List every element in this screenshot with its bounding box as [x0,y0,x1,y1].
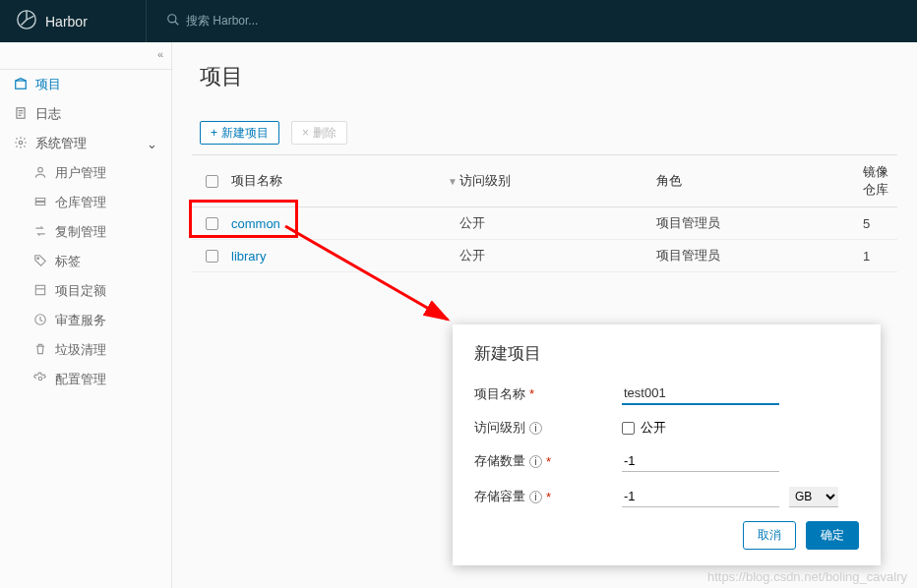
required-mark: * [546,454,551,469]
info-icon[interactable]: i [529,422,542,435]
sidebar-item-logs[interactable]: 日志 [0,99,171,129]
sidebar-item-admin[interactable]: 系统管理 ⌄ [0,129,171,158]
sidebar-sub-quota[interactable]: 项目定额 [0,276,171,306]
storage-capacity-input[interactable] [622,486,779,507]
sidebar-sub-users[interactable]: 用户管理 [0,158,171,188]
field-label: 存储容量 [474,488,525,505]
sidebar-sub-interrogation[interactable]: 审查服务 [0,306,171,335]
table-row[interactable]: library 公开 项目管理员 1 [192,240,897,272]
label-icon [33,254,47,270]
storage-count-input[interactable] [622,450,779,472]
cell-role: 项目管理员 [656,214,863,232]
col-access[interactable]: 访问级别 [459,163,656,199]
gc-icon [33,342,47,359]
cancel-button[interactable]: 取消 [743,521,796,550]
new-project-button[interactable]: + 新建项目 [200,121,279,145]
sidebar-item-label: 日志 [35,105,61,123]
watermark: https://blog.csdn.net/boling_cavalry [707,569,907,584]
cell-name[interactable]: library [231,247,448,265]
sidebar-item-projects[interactable]: 项目 [0,70,171,99]
sidebar-sub-label: 垃圾清理 [55,341,106,359]
public-checkbox[interactable] [622,422,635,435]
sidebar-sub-replication[interactable]: 复制管理 [0,217,171,247]
project-name-input[interactable] [622,382,779,405]
sidebar-sub-label: 复制管理 [55,223,106,241]
chevron-down-icon: ⌄ [147,137,157,151]
sidebar-sub-label: 审查服务 [55,312,106,329]
col-name[interactable]: 项目名称 [231,163,448,199]
brand[interactable]: Harbor [0,0,147,42]
svg-rect-2 [16,81,27,88]
search-box[interactable]: 搜索 Harbor... [147,13,258,29]
sidebar-collapse[interactable]: « [0,48,171,70]
interrogation-icon [33,313,47,329]
config-icon [33,372,47,388]
svg-point-4 [19,141,23,145]
info-icon[interactable]: i [529,491,542,503]
sidebar-sub-registries[interactable]: 仓库管理 [0,188,171,217]
sidebar-sub-label: 仓库管理 [55,194,106,211]
field-label: 存储数量 [474,452,525,470]
search-placeholder: 搜索 Harbor... [186,13,258,29]
required-mark: * [529,386,534,401]
form-row-name: 项目名称 * [474,382,859,405]
x-icon: × [302,126,309,140]
table-row[interactable]: common 公开 项目管理员 5 [192,207,897,240]
button-label: 新建项目 [221,125,269,142]
field-label: 访问级别 [474,419,525,437]
toolbar: + 新建项目 × 删除 [192,121,897,145]
sidebar-sub-labels[interactable]: 标签 [0,247,171,276]
top-bar: Harbor 搜索 Harbor... [0,0,917,42]
svg-point-11 [38,377,42,381]
harbor-logo-icon [16,9,37,34]
projects-table: 项目名称 ▼ 访问级别 角色 镜像仓库 common 公开 项目管理员 5 li… [192,154,897,272]
sidebar-sub-label: 用户管理 [55,164,106,182]
svg-point-5 [38,167,43,172]
cell-access: 公开 [459,214,656,232]
form-row-access: 访问级别 i 公开 [474,419,859,437]
sort-icon[interactable]: ▼ [448,163,459,199]
capacity-unit-select[interactable]: GB [789,487,838,507]
sidebar-sub-label: 项目定额 [55,282,106,300]
row-checkbox[interactable] [206,250,218,263]
sidebar-sub-label: 配置管理 [55,371,106,388]
confirm-button[interactable]: 确定 [806,521,859,550]
col-role[interactable]: 角色 [656,163,863,199]
cell-repo: 1 [863,247,897,265]
checkbox-label: 公开 [641,419,666,437]
quota-icon [33,283,47,300]
cell-name[interactable]: common [231,214,448,232]
sidebar-item-label: 项目 [35,76,61,93]
delete-button[interactable]: × 删除 [291,121,347,145]
sidebar-sub-config[interactable]: 配置管理 [0,365,171,394]
logs-icon [14,106,28,123]
field-label: 项目名称 [474,385,525,403]
admin-icon [14,136,28,152]
required-mark: * [546,490,551,504]
row-checkbox[interactable] [206,217,218,230]
sidebar-sub-label: 标签 [55,253,81,270]
cell-repo: 5 [863,214,897,232]
users-icon [33,165,47,182]
button-label: 删除 [313,125,336,142]
svg-point-1 [168,15,176,23]
svg-point-8 [37,257,39,259]
replication-icon [33,224,47,241]
cell-access: 公开 [459,247,656,265]
info-icon[interactable]: i [529,455,542,468]
form-row-count: 存储数量 i * [474,450,859,472]
brand-name: Harbor [45,14,88,29]
col-repo[interactable]: 镜像仓库 [863,163,897,199]
sidebar-sub-gc[interactable]: 垃圾清理 [0,335,171,365]
search-icon [166,13,180,29]
select-all-checkbox[interactable] [206,175,218,188]
modal-title: 新建项目 [474,342,859,365]
form-row-capacity: 存储容量 i * GB [474,486,859,507]
projects-icon [14,77,28,93]
cell-role: 项目管理员 [656,247,863,265]
table-header: 项目名称 ▼ 访问级别 角色 镜像仓库 [192,154,897,207]
svg-rect-9 [35,285,44,294]
svg-rect-7 [35,202,44,205]
registry-icon [33,195,47,211]
sidebar-item-label: 系统管理 [35,135,87,152]
